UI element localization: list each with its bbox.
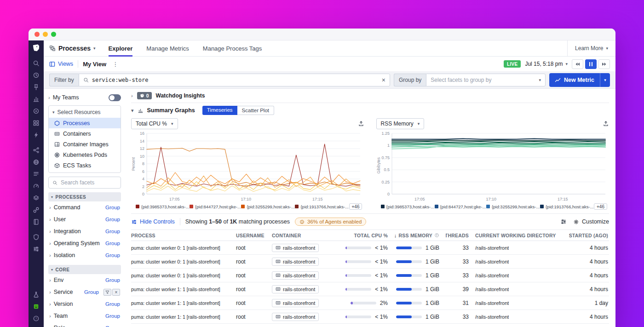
facet-row[interactable]: ›Operating SystemGroup [48,237,121,249]
container-chip[interactable]: rails-storefront [272,313,319,321]
zoom-window-button[interactable] [51,32,56,37]
app-switcher[interactable]: Processes ▾ [49,45,96,52]
bits-mascot-icon[interactable] [33,300,40,312]
labs-flask-icon[interactable] [33,288,40,300]
legend-item[interactable]: {pid:3255299,host:aks-... [486,204,540,209]
facet-row[interactable]: ›RoleGroup [48,322,121,327]
history-icon[interactable] [33,69,40,81]
group-by-select[interactable]: Select facets to group by ▾ [426,74,546,86]
cpu-metric-select[interactable]: Total CPU % ▾ [131,118,178,129]
pin-icon[interactable] [33,81,40,93]
facet-filter-icon[interactable] [104,289,111,296]
customize-button[interactable]: Customize [573,218,609,225]
facet-group-button[interactable]: Group [105,217,120,222]
facet-row[interactable]: ›CommandGroup [48,201,121,213]
facet-row[interactable]: ›EnvGroup [48,274,121,286]
resource-item-processes[interactable]: Processes [49,118,121,128]
learn-more-button[interactable]: Learn More ▾ [567,40,615,56]
scatter-plot-toggle-button[interactable]: Scatter Plot [237,106,274,115]
table-row[interactable]: puma: cluster worker 1: 1 [rails-storefr… [131,282,609,296]
facet-clear-icon[interactable]: × [112,289,120,296]
cpu-timeseries-chart[interactable]: 024681012141617:0517:1017:15 [131,130,364,202]
legend-item[interactable]: {pid:844727,host:gke-... [190,204,241,209]
minimize-window-button[interactable] [43,32,48,37]
resource-item-container-images[interactable]: Container Images [49,139,121,149]
column-header[interactable]: CURRENT WORKING DIRECTORY [475,233,564,238]
service-map-icon[interactable] [33,144,40,156]
legend-item[interactable]: {pid:3985373,host:aks-... [136,204,190,209]
resource-item-kubernetes[interactable]: Kubernetes Pods [49,149,121,160]
export-icon[interactable] [358,120,364,127]
resource-item-ecs[interactable]: ECS Tasks [49,160,121,171]
legend-item[interactable]: {pid:844727,host:gke-... [435,204,486,209]
facet-group-button[interactable]: Group [105,325,120,327]
column-header[interactable]: STARTED (AGO) [564,233,609,238]
time-range-selector[interactable]: Jul 15, 5:18 pm ▾ [525,61,568,67]
table-row[interactable]: puma: cluster worker 0: 1 [rails-storefr… [131,241,609,255]
column-header[interactable]: CONTAINER [272,233,339,238]
hide-controls-button[interactable]: Hide Controls [131,218,175,225]
events-icon[interactable] [33,129,40,141]
legend-item[interactable]: {pid:1913766,host:aks-... [295,204,349,209]
my-teams-toggle[interactable] [109,94,121,101]
security-icon[interactable] [33,231,40,243]
container-chip[interactable]: rails-storefront [272,258,319,266]
rewind-button[interactable] [572,59,583,69]
facet-row[interactable]: ›VersionGroup [48,298,121,310]
memory-timeseries-chart[interactable]: 00.250.50.7511.2517:0517:1017:15 [376,130,609,202]
forward-button[interactable] [598,59,610,69]
pause-button[interactable] [585,59,597,69]
column-header[interactable]: PROCESS [131,233,236,238]
facet-row[interactable]: ›ServiceGroup× [48,286,121,298]
apm-icon[interactable] [33,180,40,192]
integrations-icon[interactable] [33,117,40,129]
close-window-button[interactable] [34,32,40,37]
logs-icon[interactable] [33,168,40,180]
my-teams-row[interactable]: › My Teams [48,92,121,103]
select-resources-header[interactable]: ▾ Select Resources [49,107,121,118]
legend-item[interactable]: {pid:1913766,host:aks-... [540,204,594,209]
memory-metric-select[interactable]: RSS Memory ▾ [376,118,425,129]
container-chip[interactable]: rails-storefront [272,271,319,280]
facet-group-button[interactable]: Group [105,301,120,307]
datadog-logo[interactable] [32,44,40,52]
current-view-name[interactable]: My View [83,61,106,68]
metrics-icon[interactable] [33,93,40,105]
legend-overflow-button[interactable]: +46 [594,203,607,210]
facet-section-header[interactable]: ▾CORE [48,265,121,274]
legend-overflow-button[interactable]: +46 [349,203,362,210]
link-icon[interactable] [33,204,40,216]
table-row[interactable]: puma: cluster worker 0: 1 [rails-storefr… [131,255,609,269]
facet-group-button[interactable]: Group [105,229,120,234]
facet-group-button[interactable]: Group [105,252,120,258]
sort-desc-icon[interactable]: ↓ [394,233,397,238]
filter-query-input[interactable]: service:web-store × [79,74,390,86]
facet-section-header[interactable]: ▾PROCESSES [48,192,121,201]
facet-row[interactable]: ›TeamGroup [48,310,121,322]
facet-group-button[interactable]: Group [105,277,120,283]
help-icon[interactable]: ? [33,312,40,324]
view-options-kebab-icon[interactable]: ⋮ [111,61,120,68]
container-chip[interactable]: rails-storefront [272,285,319,293]
chevron-down-icon[interactable]: ▾ [131,108,134,114]
facet-group-button[interactable]: Group [105,313,120,319]
table-row[interactable]: puma: cluster worker 1: 1 [rails-storefr… [131,310,609,324]
network-icon[interactable] [33,156,40,168]
resource-item-containers[interactable]: Containers [49,128,121,139]
search-icon[interactable] [33,57,40,69]
tab-explorer[interactable]: Explorer [109,40,133,56]
clear-filter-icon[interactable]: × [382,76,385,84]
table-settings-icon[interactable] [560,218,567,225]
facet-row[interactable]: ›IsolationGroup [48,249,121,261]
agents-enabled-pill[interactable]: 36% of Agents enabled [295,218,366,226]
legend-item[interactable]: {pid:3255299,host:aks-... [241,204,295,209]
monitors-icon[interactable] [33,105,40,117]
container-chip[interactable]: rails-storefront [272,299,319,307]
settings-sliders-icon[interactable] [33,243,40,255]
tab-manage-process-tags[interactable]: Manage Process Tags [203,40,262,56]
layers-icon[interactable] [33,192,40,204]
tab-manage-metrics[interactable]: Manage Metrics [146,40,189,56]
facet-row[interactable]: ›UserGroup [48,213,121,225]
column-header[interactable]: USERNAME [236,233,272,238]
search-facets-input[interactable]: Search facets [48,177,121,189]
